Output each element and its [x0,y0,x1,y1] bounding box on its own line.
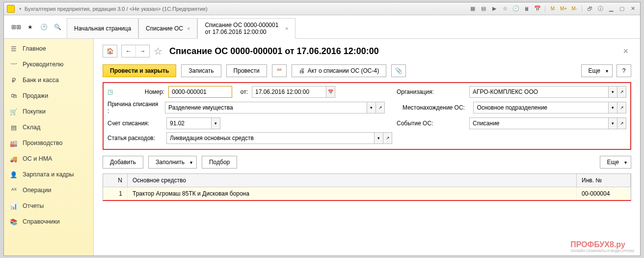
act-os4-button[interactable]: 🖨Акт о списании ОС (ОС-4) [292,64,386,77]
open-icon[interactable]: ↗ [383,132,392,144]
open-icon[interactable]: ↗ [617,117,626,129]
dropdown-icon[interactable]: ▾ [367,102,376,114]
cell-inv: 00-000004 [577,187,631,200]
dropdown-icon[interactable]: ▾ [609,117,617,129]
sidebar: ☰Главное 〰Руководителю ₽Банк и касса 🛍Пр… [4,39,94,256]
tb-icon-min[interactable]: ▁ [607,4,616,13]
app-icon [7,5,15,13]
tb-icon-history[interactable]: 🕘 [511,4,520,13]
close-icon[interactable]: × [187,26,190,31]
form-status-icon: ◳ [107,88,116,95]
attach-button[interactable]: 📎 [391,64,406,77]
post-button[interactable]: Провести [226,64,267,77]
dropdown-icon[interactable]: ▾ [212,117,220,129]
tb-icon-list[interactable]: ▤ [479,4,488,13]
help-button[interactable]: ? [617,64,631,77]
sidebar-item-salary[interactable]: 👤Зарплата и кадры [4,167,93,182]
sidebar-item-sales[interactable]: 🛍Продажи [4,88,93,104]
sidebar-item-operations[interactable]: ᴬᴷОперации [4,182,93,198]
dt-kt-button[interactable]: ᴬᴷ [272,64,287,77]
tb-icon-max[interactable]: ▢ [617,4,626,13]
truck-icon: 🚚 [10,155,18,163]
sidebar-item-reports[interactable]: 📊Отчеты [4,198,93,214]
more-table-button[interactable]: Еще [600,156,631,169]
nav-buttons: ← → [121,45,150,57]
location-field[interactable] [473,102,609,114]
org-label: Организация: [397,88,465,95]
location-label: Местонахождение ОС: [402,104,469,111]
event-field[interactable] [469,117,609,129]
open-icon[interactable]: ↗ [376,102,385,114]
main-pane: 🏠 ← → ☆ Списание ОС 0000-000001 от 17.06… [94,39,640,256]
sidebar-item-manager[interactable]: 〰Руководителю [4,57,93,72]
col-name-header: Основное средство [128,174,577,187]
open-icon[interactable]: ↗ [617,102,626,114]
app-menu-arrow[interactable]: ▾ [19,6,22,11]
dropdown-icon[interactable]: ▾ [609,86,617,98]
tb-icon-grid[interactable]: ▦ [468,4,477,13]
tabs-row: ⊞⊞ ★ 🕑 🔍 Начальная страница Списание ОС … [4,15,640,39]
menu-icon: ☰ [10,45,18,53]
star-icon[interactable]: ★ [25,22,35,32]
sidebar-item-references[interactable]: 📚Справочники [4,214,93,229]
table-row[interactable]: 1 Трактор Агромаш 85ТК и Дисковая борона… [103,187,631,200]
reason-label: Причина списания : [107,101,161,115]
date-field[interactable] [252,86,326,98]
assets-table: N Основное средство Инв. № 1 Трактор Агр… [103,173,631,201]
tb-icon-cal[interactable]: 📅 [533,4,542,13]
tab-1[interactable]: Списание ОС × [138,18,197,38]
tab-2[interactable]: Списание ОС 0000-000001 от 17.06.2016 12… [197,18,295,39]
sidebar-item-stock[interactable]: ▤Склад [4,119,93,135]
sidebar-item-purchases[interactable]: 🛒Покупки [4,104,93,119]
number-field[interactable] [168,86,232,98]
expense-field[interactable] [166,132,375,144]
history-icon[interactable]: 🕑 [38,22,49,32]
tb-icon-start[interactable]: ▶ [490,4,499,13]
ruble-icon: ₽ [10,76,18,84]
add-button[interactable]: Добавить [103,156,143,169]
tb-icon-calc[interactable]: 🖩 [522,4,531,13]
apps-grid-icon[interactable]: ⊞⊞ [11,22,22,32]
tb-mplus[interactable]: M+ [559,4,568,13]
document-form: ◳ Номер: от: 📅 Организация: ▾ ↗ Причина [103,82,631,150]
bag-icon: 🛍 [10,92,18,100]
date-from-label: от: [236,88,248,95]
chart-icon: 📊 [10,202,18,210]
post-and-close-button[interactable]: Провести и закрыть [103,64,176,77]
table-toolbar: Добавить Заполнить Подбор Еще [103,156,631,169]
close-icon[interactable]: × [285,26,288,31]
dropdown-icon[interactable]: ▾ [609,102,617,114]
org-field[interactable] [469,86,609,98]
more-button[interactable]: Еще [581,64,613,77]
tb-mminus[interactable]: M- [570,4,579,13]
sidebar-item-os[interactable]: 🚚ОС и НМА [4,151,93,167]
tb-icon-close[interactable]: ✕ [628,4,637,13]
search-icon[interactable]: 🔍 [52,22,63,32]
tb-icon-info[interactable]: ⓘ [596,4,605,13]
sidebar-item-main[interactable]: ☰Главное [4,41,93,57]
sidebar-item-production[interactable]: 🏭Производство [4,135,93,151]
back-button[interactable]: ← [122,45,135,57]
cell-n: 1 [103,187,128,200]
dropdown-icon[interactable]: ▾ [375,132,383,144]
select-button[interactable]: Подбор [202,156,237,169]
forward-button[interactable]: → [135,45,149,57]
tb-icon-window[interactable]: 🗗 [585,4,594,13]
open-icon[interactable]: ↗ [617,86,626,98]
tb-m[interactable]: M [548,4,557,13]
reason-field[interactable] [165,102,367,114]
close-page-button[interactable]: × [620,46,631,57]
sidebar-item-bank[interactable]: ₽Банк и касса [4,72,93,88]
save-button[interactable]: Записать [181,64,221,77]
star-icon[interactable]: ☆ [154,45,162,57]
tab-home[interactable]: Начальная страница [67,18,138,38]
fill-button[interactable]: Заполнить [148,156,197,169]
watermark: ПРОФБУХ8.ру ОНЛАЙН СЕМИНАРЫ И ВИДЕОУРОКИ [570,240,634,253]
calendar-icon[interactable]: 📅 [326,86,335,98]
account-field[interactable] [166,117,212,129]
home-button[interactable]: 🏠 [103,45,117,57]
page-title: Списание ОС 0000-000001 от 17.06.2016 12… [169,46,379,57]
ops-icon: ᴬᴷ [10,186,18,194]
col-inv-header: Инв. № [577,174,631,187]
tb-icon-star[interactable]: ☆ [501,4,510,13]
